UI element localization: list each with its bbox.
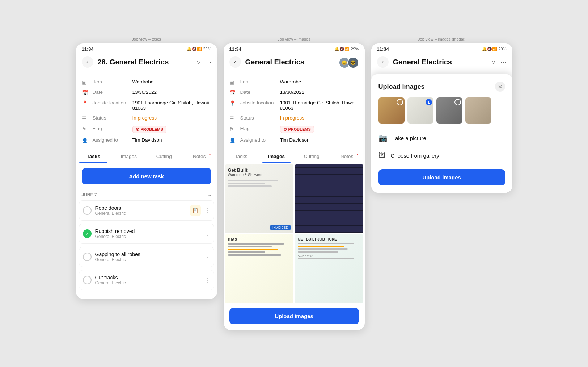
flag-label-1: Flag bbox=[93, 126, 129, 131]
task-check-0[interactable] bbox=[83, 206, 92, 215]
status-icons-2: 🔔🔇📶 29% bbox=[334, 47, 359, 51]
image-cell-2[interactable]: BIAS bbox=[225, 234, 293, 303]
screen-1-label: Job view – tasks bbox=[132, 37, 161, 41]
header-title-1: 28. General Electrics bbox=[98, 58, 192, 66]
assigned-value-2: Tim Davidson bbox=[280, 137, 359, 143]
header-title-3: General Electrics bbox=[393, 58, 487, 66]
back-button-3[interactable]: ‹ bbox=[377, 56, 389, 68]
status-bar-1: 11:34 🔔🔇📶 29% bbox=[76, 43, 217, 53]
tab-tasks-2[interactable]: Tasks bbox=[224, 150, 259, 163]
image-cell-3[interactable]: GET BUILT JOB TICKET SCREENS bbox=[295, 234, 363, 303]
task-sub-2: General Electric bbox=[95, 257, 201, 262]
screen-2-phone: 11:34 🔔🔇📶 29% ‹ General Electrics ○ ⋯ 😊 … bbox=[224, 43, 365, 330]
location-value-1: 1901 Thornridge Cir. Shiloh, Hawaii 8106… bbox=[132, 100, 211, 111]
images-grid: Get Built Wardrobe & Showers INVOICED bbox=[224, 163, 365, 304]
screen-2-wrapper: Job view – images 11:34 🔔🔇📶 29% ‹ Genera… bbox=[224, 37, 365, 330]
status-icon-1: ☰ bbox=[82, 116, 89, 121]
thumb-badge-1: 1 bbox=[426, 99, 432, 105]
task-clipboard-icon: 📋 bbox=[190, 205, 201, 216]
thumb-1[interactable]: 1 bbox=[407, 97, 433, 124]
status-bar-2: 11:34 🔔🔇📶 29% bbox=[224, 43, 365, 53]
info-date-2: 📅 Date 13/30/2022 bbox=[229, 87, 359, 98]
task-more-0[interactable]: ⋮ bbox=[204, 207, 210, 214]
image-cell-0[interactable]: Get Built Wardrobe & Showers INVOICED bbox=[225, 164, 293, 233]
status-label-2: Status bbox=[240, 115, 276, 121]
flag-dot-1: ⊘ bbox=[136, 127, 139, 132]
more-icon-3[interactable]: ⋯ bbox=[500, 58, 507, 66]
image-cell-1[interactable] bbox=[295, 164, 363, 233]
header-actions-3: ○ ⋯ bbox=[492, 58, 507, 66]
flag-dot-2: ⊘ bbox=[283, 127, 287, 132]
time-1: 11:34 bbox=[82, 46, 94, 52]
tab-cutting-2[interactable]: Cutting bbox=[294, 150, 330, 163]
task-info-2: Gapping to all robes General Electric bbox=[95, 251, 201, 262]
add-task-button[interactable]: Add new task bbox=[82, 168, 211, 184]
tab-notes-2[interactable]: Notes bbox=[329, 150, 365, 163]
screen-3-phone: 11:34 🔔🔇📶 29% ‹ General Electrics ○ ⋯ ▣ … bbox=[371, 43, 512, 193]
item-icon-2: ▣ bbox=[229, 79, 237, 85]
status-icons-1: 🔔🔇📶 29% bbox=[187, 47, 211, 51]
task-more-3[interactable]: ⋮ bbox=[204, 277, 210, 284]
info-status-1: ☰ Status In progress bbox=[82, 113, 211, 124]
thumb-circle-0 bbox=[397, 99, 403, 105]
assigned-label-2: Assigned to bbox=[240, 137, 276, 143]
task-check-1[interactable]: ✓ bbox=[83, 229, 92, 238]
modal-header: Upload images ✕ bbox=[378, 82, 505, 92]
status-value-1: In progress bbox=[132, 115, 211, 121]
info-assigned-2: 👤 Assigned to Tim Davidson bbox=[229, 135, 359, 146]
header-3: ‹ General Electrics ○ ⋯ bbox=[371, 53, 512, 72]
thumb-3[interactable] bbox=[465, 97, 491, 124]
upload-button-2[interactable]: Upload images bbox=[229, 308, 359, 324]
date-label-1: Date bbox=[93, 89, 129, 95]
tab-images-1[interactable]: Images bbox=[111, 150, 147, 163]
back-button-1[interactable]: ‹ bbox=[82, 56, 93, 68]
choose-gallery-action[interactable]: 🖼 Choose from gallery bbox=[378, 147, 505, 164]
modal-upload-button[interactable]: Upload images bbox=[378, 169, 505, 185]
tab-images-2[interactable]: Images bbox=[259, 150, 294, 163]
modal-title: Upload images bbox=[378, 83, 425, 91]
check-icon-3[interactable]: ○ bbox=[492, 58, 496, 66]
task-more-2[interactable]: ⋮ bbox=[204, 254, 210, 260]
flag-value-1: ⊘ PROBLEMS bbox=[132, 126, 166, 133]
location-label-1: Jobsite location bbox=[93, 100, 129, 105]
screen-2-label: Job view – images bbox=[278, 37, 310, 41]
task-name-2: Gapping to all robes bbox=[95, 251, 201, 257]
modal-close-button[interactable]: ✕ bbox=[495, 82, 505, 92]
chevron-down-icon[interactable]: ⌄ bbox=[208, 192, 211, 197]
header-2: ‹ General Electrics ○ ⋯ 😊 😎 bbox=[224, 53, 365, 72]
assigned-icon-1: 👤 bbox=[82, 138, 89, 143]
item-label-1: Item bbox=[93, 79, 129, 84]
back-button-2[interactable]: ‹ bbox=[229, 56, 241, 68]
item-icon-1: ▣ bbox=[82, 79, 89, 85]
task-sub-3: General Electric bbox=[95, 280, 201, 285]
thumb-0[interactable] bbox=[378, 97, 405, 124]
tabs-1: Tasks Images Cutting Notes bbox=[76, 150, 217, 163]
take-picture-action[interactable]: 📷 Take a picture bbox=[378, 129, 505, 147]
tab-notes-1[interactable]: Notes bbox=[182, 150, 217, 163]
thumbnail-row: 1 bbox=[378, 97, 505, 124]
info-section-2: ▣ Item Wardrobe 📅 Date 13/30/2022 📍 Jobs… bbox=[224, 72, 365, 150]
time-3: 11:34 bbox=[377, 46, 389, 52]
task-info-3: Cut tracks General Electric bbox=[95, 275, 201, 285]
thumb-2[interactable] bbox=[436, 97, 462, 124]
tab-tasks-1[interactable]: Tasks bbox=[76, 150, 111, 163]
date-value-1: 13/30/2022 bbox=[132, 89, 211, 95]
item-value-2: Wardrobe bbox=[280, 79, 359, 84]
assigned-icon-2: 👤 bbox=[229, 138, 237, 143]
task-check-2[interactable] bbox=[83, 253, 92, 261]
camera-icon: 📷 bbox=[378, 134, 388, 142]
task-info-0: Robe doors General Electric bbox=[95, 205, 186, 216]
avatar-2: 😎 bbox=[347, 57, 359, 68]
screen-3-label: Job view – images (modal) bbox=[418, 37, 465, 41]
tab-cutting-1[interactable]: Cutting bbox=[147, 150, 182, 163]
info-flag-1: ⚑ Flag ⊘ PROBLEMS bbox=[82, 124, 211, 135]
section-header-june7: JUNE 7 ⌄ bbox=[76, 189, 217, 200]
avatar-bubble: 😊 😎 bbox=[339, 57, 359, 68]
task-check-3[interactable] bbox=[83, 276, 92, 284]
check-icon-1[interactable]: ○ bbox=[196, 58, 200, 66]
more-icon-1[interactable]: ⋯ bbox=[205, 58, 211, 66]
header-actions-1: ○ ⋯ bbox=[196, 58, 211, 66]
task-more-1[interactable]: ⋮ bbox=[204, 230, 210, 237]
status-icon-2: ☰ bbox=[229, 116, 237, 121]
task-item-1: ✓ Rubbish removed General Electric ⋮ bbox=[79, 224, 214, 244]
